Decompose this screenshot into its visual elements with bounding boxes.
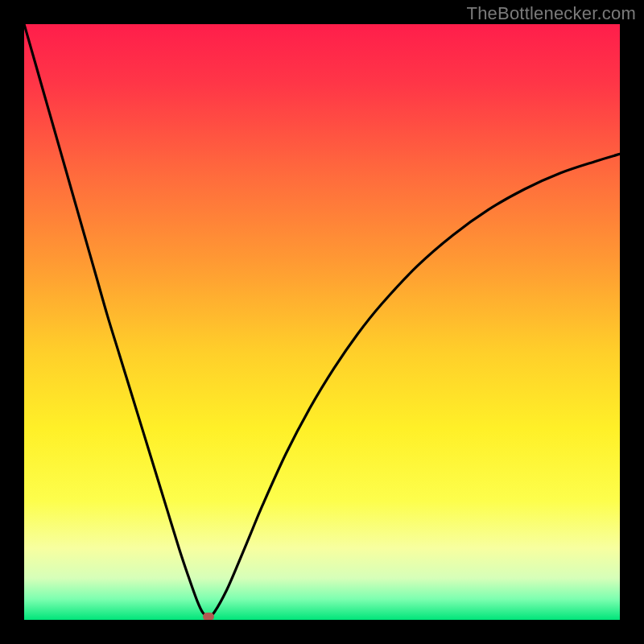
min-point-marker bbox=[203, 613, 214, 620]
plot-area bbox=[24, 24, 620, 620]
chart-frame: TheBottlenecker.com bbox=[0, 0, 644, 644]
bottleneck-curve bbox=[24, 24, 620, 620]
watermark-text: TheBottlenecker.com bbox=[467, 3, 636, 24]
